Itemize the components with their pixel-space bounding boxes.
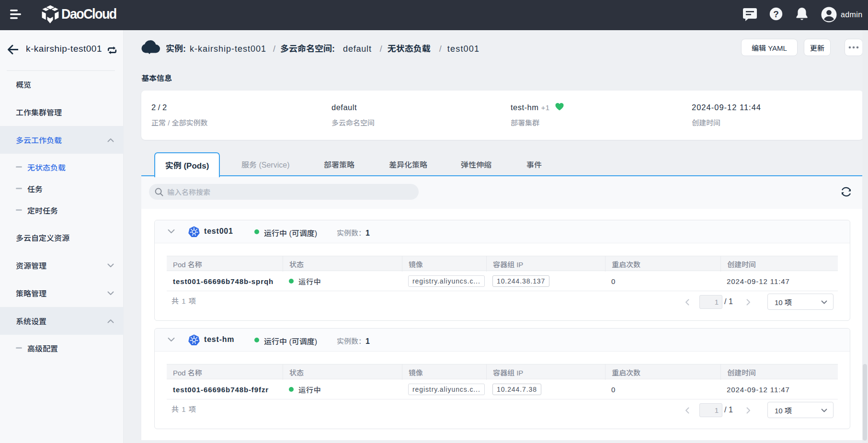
svg-text:?: ? [773,9,779,19]
